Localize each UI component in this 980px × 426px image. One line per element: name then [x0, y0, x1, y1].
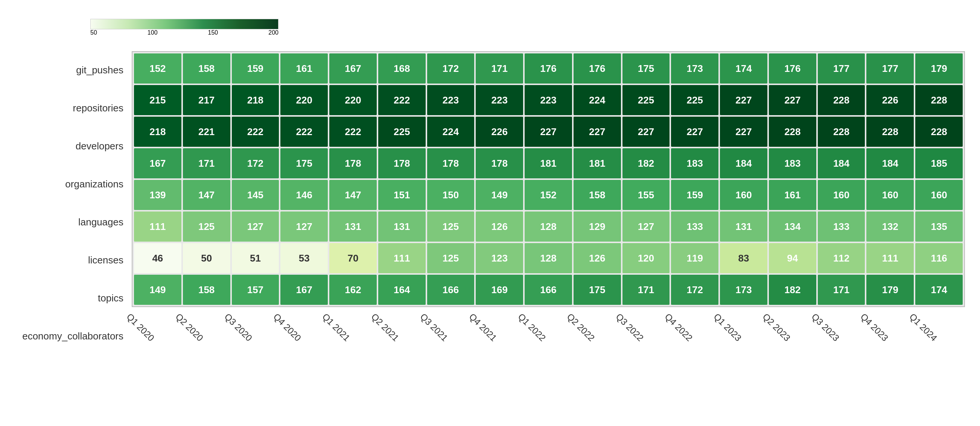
- row-label-topics: topics: [34, 283, 128, 313]
- cell-licenses-col1: 125: [183, 211, 230, 242]
- cell-git_pushes-col4: 167: [329, 53, 377, 84]
- cell-git_pushes-col16: 179: [915, 53, 963, 84]
- cell-git_pushes-col1: 158: [183, 53, 230, 84]
- cell-organizations-col9: 181: [574, 148, 621, 178]
- cell-economy_collaborators-col5: 164: [378, 275, 426, 305]
- cell-developers-col14: 228: [818, 117, 865, 147]
- cell-repositories-col2: 218: [232, 85, 279, 115]
- cell-economy_collaborators-col15: 179: [866, 275, 914, 305]
- cell-organizations-col6: 178: [427, 148, 474, 178]
- legend: 50 100 150 200: [15, 19, 965, 36]
- cell-developers-col10: 227: [622, 117, 670, 147]
- cell-licenses-col0: 111: [134, 211, 181, 242]
- cell-topics-col11: 119: [671, 243, 718, 273]
- cell-topics-col5: 111: [378, 243, 426, 273]
- cell-repositories-col5: 222: [378, 85, 426, 115]
- cell-repositories-col4: 220: [329, 85, 377, 115]
- legend-tick-200: 200: [268, 29, 278, 36]
- cell-git_pushes-col5: 168: [378, 53, 426, 84]
- cell-repositories-col9: 224: [574, 85, 621, 115]
- cell-developers-col11: 227: [671, 117, 718, 147]
- cell-licenses-col3: 127: [280, 211, 328, 242]
- cell-languages-col0: 139: [134, 180, 181, 210]
- cell-git_pushes-col3: 161: [280, 53, 328, 84]
- row-label-repositories: repositories: [34, 93, 128, 124]
- cell-languages-col12: 160: [720, 180, 767, 210]
- cell-licenses-col11: 133: [671, 211, 718, 242]
- cell-organizations-col11: 183: [671, 148, 718, 178]
- cell-topics-col9: 126: [574, 243, 621, 273]
- cell-organizations-col8: 181: [525, 148, 572, 178]
- cell-economy_collaborators-col7: 169: [476, 275, 523, 305]
- cell-git_pushes-col2: 159: [232, 53, 279, 84]
- cell-developers-col5: 225: [378, 117, 426, 147]
- cell-economy_collaborators-col8: 166: [525, 275, 572, 305]
- cell-licenses-col10: 127: [622, 211, 670, 242]
- cell-languages-col13: 161: [769, 180, 816, 210]
- cell-git_pushes-col11: 173: [671, 53, 718, 84]
- cell-developers-col7: 226: [476, 117, 523, 147]
- cell-git_pushes-col7: 171: [476, 53, 523, 84]
- cell-topics-col4: 70: [329, 243, 377, 273]
- cell-organizations-col10: 182: [622, 148, 670, 178]
- legend-bar-container: 50 100 150 200: [90, 19, 965, 36]
- cell-repositories-col11: 225: [671, 85, 718, 115]
- cell-git_pushes-col13: 176: [769, 53, 816, 84]
- cell-organizations-col4: 178: [329, 148, 377, 178]
- cell-git_pushes-col6: 172: [427, 53, 474, 84]
- cell-licenses-col5: 131: [378, 211, 426, 242]
- cell-git_pushes-col10: 175: [622, 53, 670, 84]
- cell-repositories-col3: 220: [280, 85, 328, 115]
- cell-topics-col1: 50: [183, 243, 230, 273]
- cell-organizations-col7: 178: [476, 148, 523, 178]
- cell-economy_collaborators-col13: 182: [769, 275, 816, 305]
- cell-topics-col10: 120: [622, 243, 670, 273]
- cell-licenses-col14: 133: [818, 211, 865, 242]
- y-axis-label-container: [15, 51, 34, 355]
- cell-developers-col12: 227: [720, 117, 767, 147]
- cell-organizations-col0: 167: [134, 148, 181, 178]
- cell-economy_collaborators-col10: 171: [622, 275, 670, 305]
- cell-languages-col2: 145: [232, 180, 279, 210]
- cell-developers-col1: 221: [183, 117, 230, 147]
- cell-organizations-col2: 172: [232, 148, 279, 178]
- cell-languages-col14: 160: [818, 180, 865, 210]
- cell-organizations-col16: 185: [915, 148, 963, 178]
- cell-developers-col13: 228: [769, 117, 816, 147]
- chart-container: 50 100 150 200 git_pushesrepositoriesdev…: [8, 8, 972, 363]
- cell-economy_collaborators-col2: 157: [232, 275, 279, 305]
- cell-git_pushes-col15: 177: [866, 53, 914, 84]
- cell-topics-col0: 46: [134, 243, 181, 273]
- cell-languages-col11: 159: [671, 180, 718, 210]
- legend-tick-50: 50: [90, 29, 97, 36]
- row-label-languages: languages: [34, 207, 128, 237]
- cell-languages-col8: 152: [525, 180, 572, 210]
- cell-licenses-col2: 127: [232, 211, 279, 242]
- row-label-developers: developers: [34, 131, 128, 161]
- cell-languages-col1: 147: [183, 180, 230, 210]
- cell-developers-col4: 222: [329, 117, 377, 147]
- cell-repositories-col15: 226: [866, 85, 914, 115]
- cell-licenses-col9: 129: [574, 211, 621, 242]
- cell-repositories-col13: 227: [769, 85, 816, 115]
- cell-licenses-col7: 126: [476, 211, 523, 242]
- cell-developers-col8: 227: [525, 117, 572, 147]
- cell-economy_collaborators-col1: 158: [183, 275, 230, 305]
- cell-economy_collaborators-col14: 171: [818, 275, 865, 305]
- cell-languages-col7: 149: [476, 180, 523, 210]
- cell-licenses-col15: 132: [866, 211, 914, 242]
- cell-repositories-col8: 223: [525, 85, 572, 115]
- heatmap-grid: 1521581591611671681721711761761751731741…: [132, 51, 965, 307]
- cell-licenses-col8: 128: [525, 211, 572, 242]
- cell-topics-col12: 83: [720, 243, 767, 273]
- cell-languages-col10: 155: [622, 180, 670, 210]
- cell-developers-col2: 222: [232, 117, 279, 147]
- cell-topics-col7: 123: [476, 243, 523, 273]
- cell-organizations-col12: 184: [720, 148, 767, 178]
- cell-repositories-col1: 217: [183, 85, 230, 115]
- cell-topics-col16: 116: [915, 243, 963, 273]
- cell-organizations-col5: 178: [378, 148, 426, 178]
- cell-repositories-col7: 223: [476, 85, 523, 115]
- cell-organizations-col1: 171: [183, 148, 230, 178]
- cell-licenses-col16: 135: [915, 211, 963, 242]
